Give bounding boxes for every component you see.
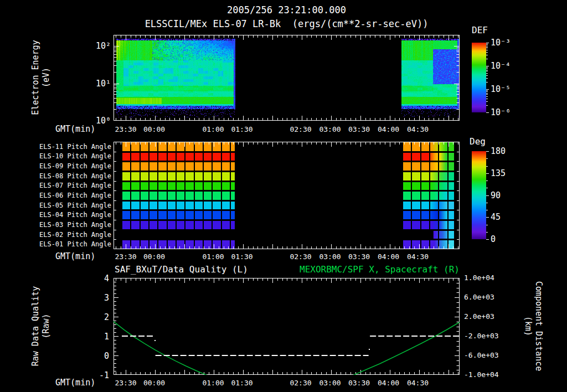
time-tick-label-panel2: 03:30 [348,252,370,261]
def-colorbar-minor-tick [486,44,488,44]
deg-colorbar-label: 180 [491,146,506,156]
time-tick-label-panel3: 00:00 [143,379,165,387]
electron-energy-spectrogram-canvas [114,35,460,121]
deg-colorbar-label: 135 [491,168,506,178]
pitch-angle-canvas [114,142,460,249]
panel3-right-tick-label: 6.0e+03 [464,293,494,301]
panel3-left-axis-label-line1: Raw Data Quality [30,286,41,367]
def-colorbar-title: DEF [472,25,488,35]
time-tick-label-panel1: 04:00 [378,125,399,133]
def-colorbar-label: 10⁻³ [491,38,511,48]
gmt-label-panel2: GMT(min) [55,251,95,261]
def-colorbar-minor-tick [486,70,488,70]
def-colorbar-minor-tick [486,94,488,95]
deg-colorbar-tick [486,173,489,174]
time-tick-label-panel1: 01:00 [202,125,224,133]
panel3-left-axis-label: Raw Data Quality (Raw) [30,286,51,367]
deg-colorbar-tick [486,232,488,233]
def-colorbar-minor-tick [486,67,488,68]
deg-colorbar-tick [486,158,488,159]
def-colorbar-minor-tick [486,50,488,50]
def-colorbar-minor-tick [486,68,488,69]
plot-screen: 2005/256 23:21:00.000 ELSSCIL/MEx ELS-07… [0,0,567,392]
pitch-row-label: ELS-06 Pitch Angle [32,192,111,199]
deg-colorbar-tick [486,188,488,188]
deg-colorbar-tick [486,225,488,225]
pitch-row-label: ELS-11 Pitch Angle [32,143,111,151]
time-tick-label-panel1: 03:00 [319,125,341,133]
time-tick-label-panel3: 04:30 [407,379,429,387]
panel1-y-axis-label-line2: (eV) [41,40,51,115]
def-colorbar-minor-tick [486,71,488,71]
pitch-row-label: ELS-03 Pitch Angle [32,221,111,229]
panel3-right-tick-label: -6.0e+03 [464,351,499,359]
def-colorbar-tick [486,66,489,66]
def-colorbar-minor-tick [486,93,488,94]
def-colorbar-minor-tick [486,99,488,99]
time-tick-label-panel3: 02:30 [290,379,311,387]
quality-distance-canvas [114,278,460,375]
time-tick-label-panel1: 01:30 [231,125,252,133]
panel1-y-axis-label-line1: Electron Energy [30,40,41,115]
deg-colorbar-tick [486,217,489,218]
time-tick-label-panel1: 02:30 [290,125,311,133]
def-colorbar-minor-tick [486,101,488,102]
time-tick-label-panel2: 00:00 [143,252,165,261]
def-colorbar-label: 10⁻⁴ [491,61,511,71]
time-tick-label-panel1: 00:00 [143,125,165,133]
pitch-row-label: ELS-08 Pitch Angle [32,172,111,180]
panel3-right-axis-label: Component Distance (km) [523,281,544,372]
def-colorbar-minor-tick [486,75,488,76]
time-tick-label-panel2: 01:00 [202,252,224,261]
def-colorbar-minor-tick [486,59,488,59]
def-colorbar-minor-tick [486,105,488,106]
time-tick-label-panel3: 23:30 [115,379,136,387]
pitch-row-label: ELS-05 Pitch Angle [32,202,111,209]
time-tick-label-panel3: 03:00 [319,379,341,387]
def-colorbar-minor-tick [486,91,488,92]
time-tick-label-panel2: 04:30 [407,252,429,261]
def-colorbar-minor-tick [486,47,488,47]
panel3-left-title: SAF_BXuT/Data Quality (L) [115,264,248,275]
panel3-right-axis-label-line2: (km) [523,281,533,372]
time-tick-label-panel3: 04:00 [378,379,399,387]
def-colorbar [472,43,486,112]
pitch-row-label: ELS-07 Pitch Angle [32,182,111,189]
time-tick-label-panel2: 03:00 [319,252,341,261]
panel3-right-tick-label: 2.0e+03 [464,312,494,321]
time-tick-label-panel3: 01:00 [202,379,224,387]
time-tick-label-panel2: 01:30 [231,252,252,261]
panel3-left-tick-label: 0 [84,351,109,361]
panel3-right-tick-label: -1.0e+04 [464,370,499,379]
deg-colorbar-tick [486,180,488,181]
pitch-row-label: ELS-02 Pitch Angle [32,231,111,239]
deg-colorbar-tick [486,203,488,203]
deg-colorbar-tick [486,195,489,196]
header-datetime: 2005/256 23:21:00.000 [114,4,460,16]
time-tick-label-panel1: 03:30 [348,125,370,133]
def-colorbar-minor-tick [486,48,488,48]
def-colorbar-minor-tick [486,96,488,97]
deg-colorbar-tick [486,239,489,240]
time-tick-label-panel2: 04:00 [378,252,399,261]
deg-colorbar-tick [486,210,488,210]
deg-colorbar [472,151,486,239]
time-tick-label-panel1: 23:30 [115,125,136,133]
panel3-left-tick-label: 3 [84,293,109,303]
time-tick-label-panel1: 04:30 [407,125,429,133]
def-colorbar-minor-tick [486,52,488,53]
deg-colorbar-label: 0 [491,234,496,244]
def-colorbar-label: 10⁻⁶ [491,107,511,117]
panel1-ytick-label: 10⁰ [84,116,111,126]
panel3-left-tick-label: 1 [84,332,109,342]
panel1-ytick-label: 10² [84,41,111,51]
panel3-right-tick-label: 1.0e+04 [464,274,494,282]
deg-colorbar-tick [486,151,489,152]
pitch-row-label: ELS-10 Pitch Angle [32,152,111,160]
panel3-right-tick-label: -2.0e+03 [464,332,499,340]
panel3-left-axis-label-line2: (Raw) [41,286,51,367]
deg-colorbar-tick [486,166,488,167]
panel1-ytick-label: 10¹ [84,79,111,89]
header-title: ELSSCIL/MEx ELS-07 LR-Bk (ergs/(cm**2-sr… [114,18,460,29]
panel3-left-tick-label: -1 [84,370,109,380]
